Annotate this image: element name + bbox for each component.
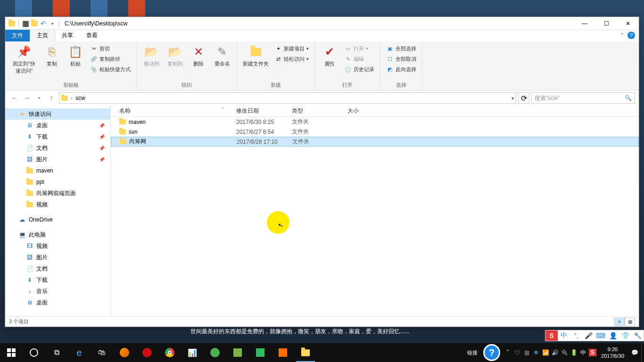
- new-folder-button[interactable]: 新建文件夹: [241, 43, 271, 68]
- details-view-button[interactable]: ≡: [614, 318, 625, 326]
- copy-button[interactable]: ⎘ 复制: [41, 43, 63, 68]
- taskbar-edge[interactable]: e: [68, 343, 91, 362]
- ime-keyboard-icon[interactable]: ⌨: [594, 330, 607, 341]
- column-type[interactable]: 类型: [289, 107, 345, 115]
- start-button[interactable]: [0, 343, 23, 362]
- close-button[interactable]: ✕: [617, 17, 639, 30]
- taskbar-firefox[interactable]: [113, 343, 136, 362]
- tab-home[interactable]: 主页: [30, 29, 55, 41]
- tray-sogou-icon[interactable]: S: [589, 349, 596, 356]
- tray-power-icon[interactable]: 🔌: [560, 343, 569, 362]
- sidebar-item-pc-downloads[interactable]: ⬇下载: [5, 274, 110, 286]
- invert-selection-button[interactable]: ◩反向选择: [384, 64, 418, 74]
- ime-user-icon[interactable]: 👤: [607, 330, 619, 341]
- file-row[interactable]: svn 2017/6/27 8:54 文件夹: [111, 127, 639, 137]
- qat-properties-icon[interactable]: ▦: [22, 20, 29, 27]
- column-size[interactable]: 大小: [345, 107, 382, 115]
- back-button[interactable]: ←: [9, 92, 20, 104]
- properties-button[interactable]: ✔属性: [319, 43, 340, 68]
- sidebar-item-maven[interactable]: maven: [5, 165, 110, 176]
- open-button[interactable]: ▭打开▾: [342, 43, 376, 54]
- tab-file[interactable]: 文件: [5, 30, 30, 41]
- select-all-button[interactable]: ▣全部选择: [384, 43, 418, 54]
- sidebar-item-onedrive[interactable]: ☁OneDrive: [5, 214, 110, 225]
- ime-settings-icon[interactable]: 🔧: [631, 330, 644, 341]
- maximize-button[interactable]: ☐: [595, 17, 617, 30]
- sidebar-item-frontend[interactable]: 尚筹网前端页面: [5, 188, 110, 199]
- link-label[interactable]: 链接: [464, 349, 480, 356]
- sidebar-item-thispc[interactable]: 💻此电脑: [5, 229, 110, 240]
- sidebar-item-pc-videos[interactable]: 🎞视频: [5, 240, 110, 252]
- sidebar-item-pc-music[interactable]: ♪音乐: [5, 286, 110, 297]
- taskbar-app3[interactable]: [272, 343, 294, 362]
- sidebar-item-pc-documents[interactable]: 📄文档: [5, 263, 110, 274]
- tray-snow-icon[interactable]: ❄: [531, 343, 541, 362]
- tray-volume-icon[interactable]: 🔊: [550, 343, 560, 362]
- taskbar-app2[interactable]: [226, 343, 249, 362]
- tab-view[interactable]: 查看: [80, 30, 104, 41]
- taskbar-app1[interactable]: 📊: [181, 343, 204, 362]
- recent-locations-button[interactable]: ▾: [33, 92, 45, 104]
- copy-to-button[interactable]: 📂复制到: [164, 43, 186, 68]
- sidebar-item-documents[interactable]: 📄文档📌: [5, 142, 110, 154]
- refresh-button[interactable]: ⟳: [518, 92, 529, 104]
- tray-battery-icon[interactable]: 🔋: [569, 343, 578, 362]
- tray-security-icon[interactable]: 🛡: [512, 343, 522, 362]
- ime-lang-button[interactable]: 中: [558, 330, 570, 341]
- taskview-button[interactable]: ⧉: [45, 343, 68, 362]
- taskbar-explorer[interactable]: [294, 343, 317, 362]
- cut-button[interactable]: ✂剪切: [88, 43, 132, 54]
- file-row[interactable]: 尚筹网 2017/6/28 17:10 文件夹: [111, 137, 639, 147]
- tray-expand-icon[interactable]: ˄: [503, 343, 512, 362]
- taskbar-chrome[interactable]: [158, 343, 181, 362]
- sidebar-item-downloads[interactable]: ⬇下载📌: [5, 131, 110, 142]
- help-icon[interactable]: ?: [627, 32, 635, 39]
- notifications-button[interactable]: 💬: [628, 343, 641, 362]
- addressbar[interactable]: › scw ▾: [59, 92, 516, 104]
- tab-share[interactable]: 共享: [55, 30, 80, 41]
- column-name[interactable]: 名称˄: [116, 107, 233, 115]
- taskbar-opera[interactable]: [136, 343, 158, 362]
- tray-network-icon[interactable]: 📶: [541, 343, 550, 362]
- easy-access-button[interactable]: ⇄轻松访问▾: [272, 54, 311, 64]
- navigation-pane[interactable]: ★快速访问 🖥桌面📌 ⬇下载📌 📄文档📌 🖼图片📌 maven ppt 尚筹网前…: [5, 106, 111, 316]
- move-to-button[interactable]: 📂移动到: [140, 43, 162, 68]
- quick-access[interactable]: ★快速访问: [5, 108, 110, 120]
- column-date[interactable]: 修改日期: [233, 107, 289, 115]
- sidebar-item-pc-desktop[interactable]: 🖥桌面: [5, 297, 110, 308]
- new-item-button[interactable]: ✦新建项目▾: [272, 43, 311, 54]
- up-button[interactable]: ↑: [46, 92, 57, 104]
- qat-newfolder-icon[interactable]: [31, 20, 38, 27]
- select-none-button[interactable]: ☐全部取消: [384, 54, 418, 64]
- sidebar-item-ppt[interactable]: ppt: [5, 176, 110, 188]
- breadcrumb[interactable]: scw: [75, 95, 85, 101]
- sidebar-item-desktop[interactable]: 🖥桌面📌: [5, 120, 110, 131]
- ime-skin-icon[interactable]: 👕: [619, 330, 631, 341]
- taskbar-360[interactable]: [204, 343, 226, 362]
- cortana-button[interactable]: [23, 343, 45, 362]
- taskbar-evernote[interactable]: [249, 343, 272, 362]
- qat-dropdown-icon[interactable]: ▾: [49, 20, 56, 27]
- forward-button[interactable]: →: [21, 92, 33, 104]
- rename-button[interactable]: ✎重命名: [211, 43, 233, 68]
- helper-button[interactable]: ?: [483, 344, 500, 361]
- ribbon-collapse-icon[interactable]: ˄: [621, 33, 624, 39]
- search-input[interactable]: 搜索"scw" 🔍: [531, 92, 635, 104]
- tray-app-icon[interactable]: ▦: [522, 343, 531, 362]
- tray-ime-icon[interactable]: 中: [578, 343, 588, 362]
- icons-view-button[interactable]: ▦: [625, 318, 635, 326]
- pin-to-quick-access-button[interactable]: 📌 固定到"快速访问": [9, 43, 39, 75]
- history-button[interactable]: 🕘历史记录: [342, 64, 376, 74]
- taskbar-store[interactable]: 🛍: [91, 343, 113, 362]
- show-desktop-button[interactable]: [641, 343, 644, 362]
- sidebar-item-videos[interactable]: 视频: [5, 199, 110, 210]
- ime-s-icon[interactable]: S: [545, 330, 558, 341]
- edit-button[interactable]: ✎编辑: [342, 54, 376, 64]
- paste-button[interactable]: 📋 粘贴: [65, 43, 86, 68]
- ime-punct-button[interactable]: °,: [570, 330, 582, 341]
- delete-button[interactable]: ✕删除: [188, 43, 209, 68]
- addressbar-dropdown-icon[interactable]: ▾: [512, 96, 514, 101]
- undo-icon[interactable]: ↶: [40, 20, 47, 27]
- ime-toolbar[interactable]: S 中 °, 🎤 ⌨ 👤 👕 🔧: [545, 330, 644, 341]
- minimize-button[interactable]: —: [574, 17, 595, 30]
